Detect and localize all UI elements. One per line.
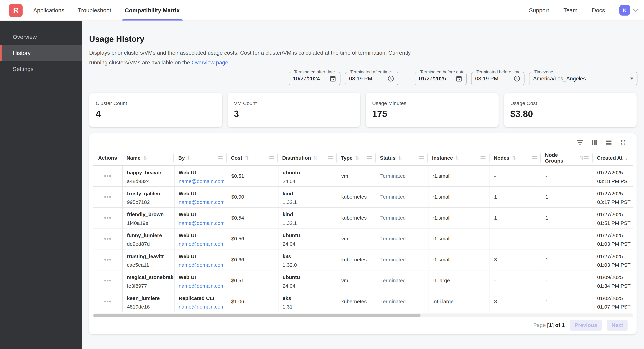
- cell-status: Terminated: [376, 229, 428, 249]
- calendar-icon[interactable]: [329, 75, 336, 82]
- sort-icon[interactable]: ⇅: [398, 155, 402, 161]
- nav-link-docs[interactable]: Docs: [592, 7, 605, 13]
- fullscreen-icon[interactable]: [620, 139, 627, 146]
- app-window: R Applications Troubleshoot Compatibilit…: [0, 0, 644, 349]
- cell-type: vm: [337, 271, 376, 291]
- column-header-node_groups[interactable]: Node Groups⇅: [541, 150, 593, 165]
- pagination: Page [1] of 1 Previous Next: [533, 319, 628, 331]
- terminated-before-time-field[interactable]: Terminated before time 03:19 PM: [471, 72, 524, 85]
- row-actions-button[interactable]: [93, 208, 122, 228]
- next-page-button[interactable]: Next: [607, 320, 628, 331]
- created-time: 01:34 PM PST: [597, 283, 629, 289]
- column-header-nodes[interactable]: Nodes⇅: [490, 150, 541, 165]
- terminated-after-time-field[interactable]: Terminated after time 03:19 PM: [345, 72, 398, 85]
- row-actions-button[interactable]: [93, 229, 122, 249]
- row-actions-button[interactable]: [93, 250, 122, 270]
- sidebar-item-overview[interactable]: Overview: [0, 29, 82, 45]
- tab-compatibility-matrix[interactable]: Compatibility Matrix: [125, 0, 180, 20]
- row-actions-button[interactable]: [93, 291, 122, 312]
- tab-applications[interactable]: Applications: [33, 0, 64, 20]
- account-menu[interactable]: K: [620, 5, 638, 15]
- sort-icon[interactable]: ⇅: [245, 155, 249, 161]
- row-actions-button[interactable]: [93, 187, 122, 207]
- scrollbar-thumb[interactable]: [93, 314, 420, 317]
- overview-page-link[interactable]: Overview page: [192, 59, 228, 65]
- row-actions-button[interactable]: [93, 271, 122, 291]
- node_groups-value: 1: [546, 215, 548, 221]
- sort-icon[interactable]: ⇅: [314, 155, 318, 161]
- replicated-logo-icon[interactable]: R: [9, 3, 22, 17]
- filter-icon[interactable]: [576, 139, 584, 146]
- page-label: Page: [533, 322, 546, 328]
- column-menu-icon[interactable]: [480, 156, 486, 159]
- nav-link-support[interactable]: Support: [529, 7, 549, 13]
- column-menu-icon[interactable]: [218, 156, 223, 159]
- tab-troubleshoot[interactable]: Troubleshoot: [78, 0, 111, 20]
- terminated-before-date-field[interactable]: Terminated before date 01/27/2025: [415, 72, 466, 85]
- email-link[interactable]: name@domain.com: [178, 178, 222, 184]
- email-link[interactable]: name@domain.com: [178, 220, 222, 226]
- clock-icon[interactable]: [514, 75, 520, 82]
- column-menu-icon[interactable]: [419, 156, 424, 159]
- email-link[interactable]: name@domain.com: [178, 262, 222, 268]
- by-primary: Web UI: [178, 170, 222, 176]
- cell-actions: [93, 229, 122, 249]
- table-row: keen_lumiere4819de16Replicated CLIname@d…: [93, 291, 633, 312]
- clock-icon[interactable]: [387, 75, 394, 82]
- created-date: 01/09/2025: [597, 275, 629, 280]
- column-header-instance[interactable]: Instance⇅: [428, 150, 490, 165]
- calendar-icon[interactable]: [456, 75, 462, 82]
- column-menu-icon[interactable]: [328, 156, 333, 159]
- cell-node_groups: 1: [541, 208, 593, 228]
- field-value: 03:19 PM: [475, 75, 498, 82]
- column-menu-icon[interactable]: [367, 156, 372, 159]
- cell-status: Terminated: [376, 187, 428, 207]
- previous-page-button[interactable]: Previous: [570, 320, 602, 331]
- cost-value: $0.66: [231, 257, 244, 263]
- sidebar-item-settings[interactable]: Settings: [0, 61, 82, 77]
- column-header-type[interactable]: Type⇅: [337, 150, 376, 165]
- column-header-name[interactable]: Name⇅: [122, 150, 174, 165]
- sort-icon[interactable]: ⇅: [187, 155, 192, 161]
- density-icon[interactable]: [605, 139, 612, 146]
- timezone-select[interactable]: Timezone America/Los_Angeles: [529, 72, 637, 85]
- by-primary: Web UI: [178, 191, 222, 197]
- nav-link-team[interactable]: Team: [564, 7, 578, 13]
- cell-distribution: ubuntu24.04: [278, 229, 337, 249]
- sort-icon[interactable]: ⇅: [455, 155, 460, 161]
- name-primary: trusting_leavitt: [127, 254, 170, 259]
- column-label: Nodes: [494, 155, 509, 161]
- column-header-by[interactable]: By⇅: [174, 150, 227, 165]
- sidebar-item-history[interactable]: History: [0, 45, 82, 61]
- sort-icon[interactable]: ⇅: [143, 155, 147, 161]
- cell-name: friendly_brown1f40a19e: [122, 208, 174, 228]
- column-header-cost[interactable]: Cost⇅: [227, 150, 278, 165]
- email-link[interactable]: name@domain.com: [178, 241, 222, 247]
- nodes-value: 1: [494, 194, 497, 200]
- sort-desc-icon[interactable]: ↓: [625, 155, 628, 161]
- sort-icon[interactable]: ⇅: [580, 155, 584, 161]
- column-header-status[interactable]: Status⇅: [376, 150, 428, 165]
- distribution-primary: kind: [282, 212, 332, 218]
- column-header-distribution[interactable]: Distribution⇅: [278, 150, 337, 165]
- cell-cost: $0.56: [227, 229, 278, 249]
- cell-by: Web UIname@domain.com: [174, 229, 227, 249]
- email-link[interactable]: name@domain.com: [178, 304, 222, 310]
- instance-value: r1.small: [432, 257, 450, 263]
- cell-distribution: ubuntu24.04: [278, 271, 337, 291]
- column-menu-icon[interactable]: [269, 156, 274, 159]
- email-link[interactable]: name@domain.com: [178, 283, 222, 289]
- column-menu-icon[interactable]: [584, 156, 588, 159]
- column-menu-icon[interactable]: [532, 156, 537, 159]
- cell-instance: r1.small: [428, 187, 490, 207]
- row-actions-button[interactable]: [93, 166, 122, 186]
- cell-instance: r1.small: [428, 166, 490, 186]
- cell-instance: r1.large: [428, 271, 490, 291]
- columns-icon[interactable]: [591, 139, 598, 146]
- email-link[interactable]: name@domain.com: [178, 199, 222, 205]
- terminated-after-date-field[interactable]: Terminated after date 10/27/2024: [289, 72, 340, 85]
- sort-icon[interactable]: ⇅: [355, 155, 359, 161]
- column-header-created_at[interactable]: Created At↓: [593, 150, 634, 165]
- sort-icon[interactable]: ⇅: [512, 155, 516, 161]
- avatar[interactable]: K: [620, 5, 630, 15]
